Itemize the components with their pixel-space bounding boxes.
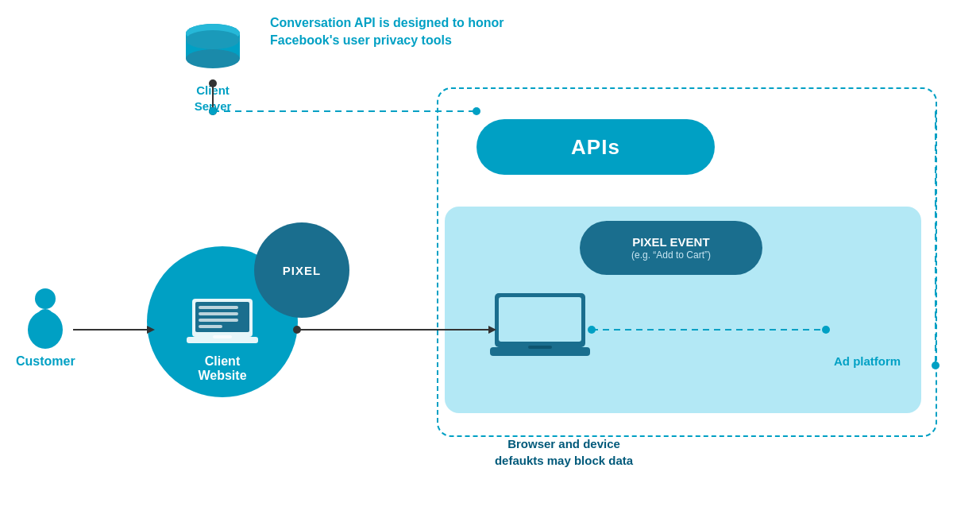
svg-rect-13: [213, 335, 232, 338]
pixel-label: PIXEL: [283, 264, 321, 277]
customer-group: Customer: [16, 286, 75, 369]
ad-platform-text: Ad platform: [834, 354, 901, 368]
pixel-circle: PIXEL: [254, 222, 349, 318]
svg-point-18: [35, 288, 56, 309]
svg-rect-8: [199, 306, 238, 309]
pixel-event-sub: (e.g. “Add to Cart”): [631, 249, 711, 261]
client-server-label: Client Server: [195, 83, 232, 114]
customer-figure-icon: [20, 286, 71, 350]
customer-label: Customer: [16, 354, 75, 369]
svg-rect-15: [499, 297, 581, 342]
apis-label: APIs: [571, 135, 620, 160]
svg-point-2: [186, 49, 240, 68]
ad-platform-label: Ad platform: [834, 354, 901, 368]
client-website-label: ClientWebsite: [198, 354, 246, 383]
svg-rect-11: [199, 325, 222, 328]
svg-point-20: [38, 309, 52, 320]
diagram-container: Conversation API is designed to honor Fa…: [0, 0, 980, 518]
pixel-event-bubble: PIXEL EVENT (e.g. “Add to Cart”): [580, 221, 762, 275]
apis-pill: APIs: [476, 119, 715, 175]
laptop-main-icon: [488, 290, 592, 365]
browser-note-line2: defaukts may block data: [495, 454, 633, 467]
pixel-event-label: PIXEL EVENT: [632, 235, 709, 249]
svg-rect-9: [199, 312, 238, 315]
client-server-group: Client Server: [181, 22, 245, 114]
svg-rect-10: [199, 319, 238, 322]
svg-point-5: [186, 30, 240, 49]
annotation-line2: Facebook's user privacy tools: [270, 33, 452, 47]
browser-note-line1: Browser and device: [507, 437, 620, 450]
browser-laptop-icon: [488, 290, 592, 361]
svg-rect-17: [528, 346, 552, 349]
database-icon: [181, 22, 245, 78]
browser-note: Browser and device defaukts may block da…: [445, 435, 683, 469]
annotation-text: Conversation API is designed to honor Fa…: [270, 14, 572, 50]
annotation-line1: Conversation API is designed to honor: [270, 16, 504, 29]
laptop-in-circle-icon: [183, 294, 262, 350]
